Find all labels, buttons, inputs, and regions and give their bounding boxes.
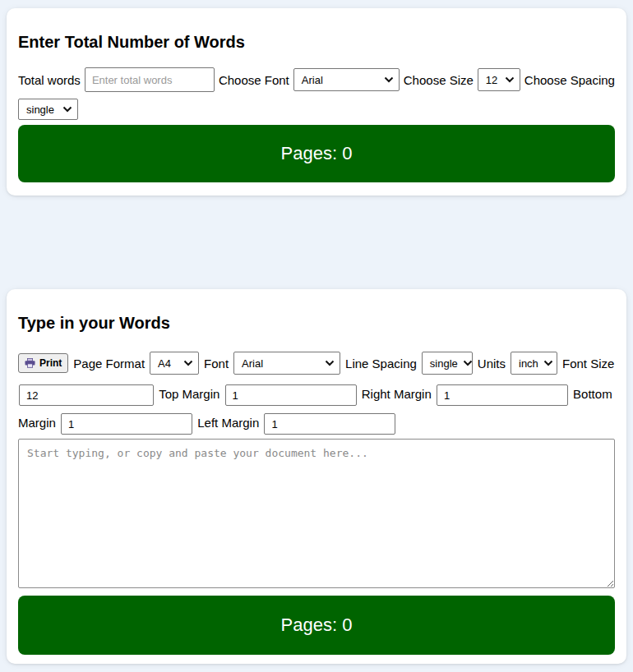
left-margin-label: Left Margin	[197, 416, 259, 430]
font-size-input[interactable]	[19, 384, 154, 406]
total-words-label: Total words	[18, 73, 81, 87]
chevron-down-icon	[505, 76, 515, 83]
chevron-down-icon	[325, 360, 335, 366]
printer-icon	[25, 358, 35, 368]
units-label: Units	[478, 357, 506, 371]
total-words-input[interactable]	[85, 67, 215, 92]
type-words-card-title: Type in your Words	[18, 314, 615, 332]
print-button[interactable]: Print	[18, 353, 68, 373]
pages-result-text: Pages: 0	[281, 614, 353, 636]
font-select-value: Arial	[302, 74, 323, 86]
choose-size-label: Choose Size	[404, 73, 474, 87]
spacing-select-row: single	[18, 99, 615, 120]
right-margin-input[interactable]	[437, 384, 568, 406]
font-label: Font	[204, 357, 229, 371]
units-select-value: inch	[519, 357, 538, 370]
page-format-select-value: A4	[158, 357, 171, 370]
top-margin-label: Top Margin	[159, 387, 219, 401]
right-margin-label: Right Margin	[362, 387, 432, 401]
page-format-label: Page Format	[73, 357, 145, 371]
spacing-select[interactable]: single	[18, 99, 78, 120]
pages-result-banner: Pages: 0	[18, 125, 615, 182]
pages-result-text: Pages: 0	[281, 143, 353, 164]
units-select[interactable]: inch	[511, 352, 557, 375]
chevron-down-icon	[62, 106, 72, 113]
chevron-down-icon	[463, 360, 473, 366]
document-textarea[interactable]	[18, 439, 615, 588]
left-margin-input[interactable]	[264, 413, 395, 435]
size-select[interactable]: 12	[478, 68, 520, 91]
chevron-down-icon	[384, 76, 394, 83]
line-spacing-select[interactable]: single	[422, 352, 473, 375]
line-spacing-label: Line Spacing	[345, 357, 417, 371]
size-select-value: 12	[486, 74, 497, 86]
word-count-calculator-card: Enter Total Number of Words Total words …	[7, 8, 626, 196]
choose-font-label: Choose Font	[219, 73, 289, 87]
document-settings-row: Print Page Format A4 Font Arial Line Spa…	[18, 352, 615, 375]
pages-result-banner: Pages: 0	[18, 596, 615, 655]
line-spacing-select-value: single	[430, 357, 458, 370]
type-words-card: Type in your Words Print Page Format A4 …	[7, 289, 626, 664]
choose-spacing-label: Choose Spacing	[524, 73, 615, 87]
page-format-select[interactable]: A4	[150, 352, 199, 375]
print-button-label: Print	[39, 357, 62, 369]
margins-controls-flow: Top Margin Right Margin Bottom Margin Le…	[18, 380, 615, 437]
bottom-margin-input[interactable]	[61, 413, 192, 435]
top-margin-input[interactable]	[225, 384, 357, 406]
document-font-select[interactable]: Arial	[233, 352, 340, 375]
document-font-select-value: Arial	[242, 357, 263, 370]
chevron-down-icon	[543, 360, 553, 366]
chevron-down-icon	[183, 360, 193, 366]
word-count-card-title: Enter Total Number of Words	[18, 33, 615, 51]
font-select[interactable]: Arial	[293, 68, 400, 91]
word-count-controls-row: Total words Choose Font Arial Choose Siz…	[18, 67, 615, 92]
font-size-label: Font Size	[562, 357, 614, 371]
spacing-select-value: single	[26, 104, 54, 116]
